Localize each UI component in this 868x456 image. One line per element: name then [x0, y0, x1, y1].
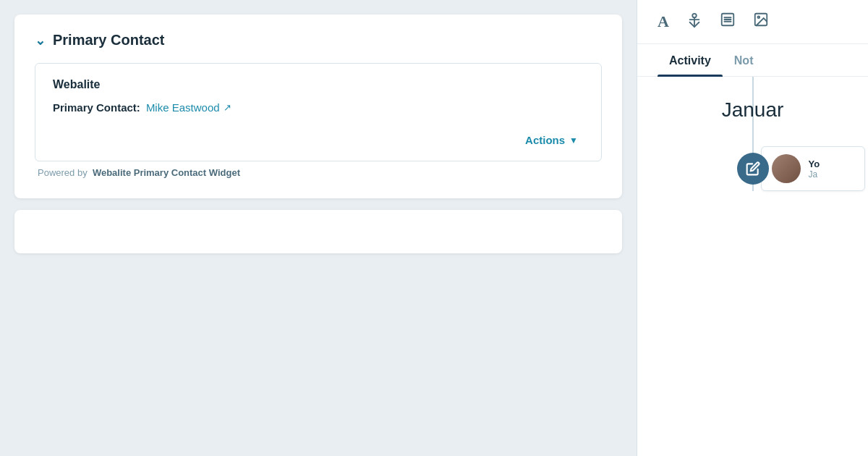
powered-by-prefix: Powered by: [38, 167, 88, 178]
actions-label: Actions: [525, 134, 565, 146]
list-icon[interactable]: [720, 12, 736, 32]
card-title: Primary Contact: [53, 32, 165, 48]
actions-chevron-icon: ▼: [569, 135, 578, 145]
contact-label: Primary Contact:: [53, 101, 140, 114]
company-name: Webalite: [53, 78, 584, 91]
event-date-text: Ja: [808, 169, 820, 180]
text-icon[interactable]: A: [658, 12, 669, 31]
contact-link[interactable]: Mike Eastwood ↗: [146, 101, 231, 114]
avatar: [772, 154, 801, 183]
chevron-down-icon[interactable]: ⌄: [35, 33, 46, 48]
month-label: Januar: [722, 98, 784, 122]
actions-button[interactable]: Actions ▼: [519, 131, 584, 149]
card-header: ⌄ Primary Contact: [35, 32, 602, 48]
actions-row: Actions ▼: [53, 131, 584, 149]
event-user-text: Yo: [808, 159, 820, 169]
contact-name: Mike Eastwood: [146, 101, 220, 114]
powered-by-brand: Webalite Primary Contact Widget: [93, 167, 240, 178]
primary-contact-card: ⌄ Primary Contact Webalite Primary Conta…: [14, 14, 622, 198]
event-card: Yo Ja: [761, 146, 865, 191]
left-panel: ⌄ Primary Contact Webalite Primary Conta…: [0, 0, 637, 456]
svg-point-8: [757, 16, 760, 18]
anchor-icon[interactable]: [686, 12, 702, 32]
contact-row: Primary Contact: Mike Eastwood ↗: [53, 101, 584, 114]
activity-content: Januar Yo: [637, 77, 868, 456]
contact-box: Webalite Primary Contact: Mike Eastwood …: [35, 63, 602, 161]
timeline-container: Januar Yo: [637, 77, 868, 191]
timeline-event-row: Yo Ja: [637, 146, 868, 191]
timeline-dot[interactable]: [737, 153, 769, 185]
toolbar: A: [637, 0, 868, 44]
image-icon[interactable]: [753, 12, 769, 32]
external-link-icon: ↗: [224, 102, 231, 113]
tabs-row: Activity Not: [637, 44, 868, 77]
right-panel: A Activity Not Januar: [637, 0, 868, 456]
tab-activity[interactable]: Activity: [658, 44, 723, 76]
second-card: [14, 210, 622, 253]
powered-by: Powered by Webalite Primary Contact Widg…: [35, 161, 602, 178]
tab-notes[interactable]: Not: [723, 44, 765, 76]
